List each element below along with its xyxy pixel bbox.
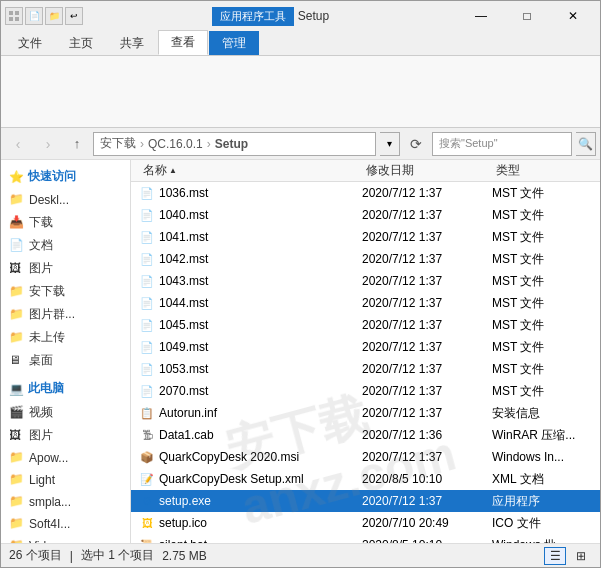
table-row[interactable]: 📜 silent.bat 2020/8/5 10:10 Windows 批... (131, 534, 600, 543)
table-row[interactable]: 📄 1042.mst 2020/7/12 1:37 MST 文件 (131, 248, 600, 270)
sidebar-item-anxz[interactable]: 📁 安下载 (1, 280, 130, 303)
address-bar[interactable]: 安下载 › QC.16.0.1 › Setup (93, 132, 376, 156)
sidebar: ⭐ 快速访问 📁 Deskl... 📥 下载 📄 文档 🖼 图片 📁 安下 (1, 160, 131, 543)
address-dropdown-btn[interactable]: ▾ (380, 132, 400, 156)
back-button[interactable]: ‹ (5, 132, 31, 156)
table-row[interactable]: 🖼 setup.ico 2020/7/10 20:49 ICO 文件 (131, 512, 600, 534)
sidebar-item-smpla[interactable]: 📁 smpla... (1, 491, 130, 513)
sidebar-item-deskl[interactable]: 📁 Deskl... (1, 189, 130, 211)
file-icon-mst: 📄 (139, 185, 155, 201)
sidebar-item-upload[interactable]: 📁 未上传 (1, 326, 130, 349)
sidebar-item-soft4i[interactable]: 📁 Soft4I... (1, 513, 130, 535)
ribbon-content (1, 56, 600, 128)
svg-rect-2 (9, 17, 13, 21)
table-row[interactable]: 📄 1044.mst 2020/7/12 1:37 MST 文件 (131, 292, 600, 314)
file-name: 1043.mst (159, 274, 362, 288)
quick-access-header[interactable]: ⭐ 快速访问 (1, 164, 130, 189)
file-icon-cab: 🗜 (139, 427, 155, 443)
file-date: 2020/7/12 1:37 (362, 362, 492, 376)
search-bar[interactable]: 搜索"Setup" (432, 132, 572, 156)
table-row[interactable]: 🗜 Data1.cab 2020/7/12 1:36 WinRAR 压缩... (131, 424, 600, 446)
sort-icon: ▲ (169, 166, 177, 175)
explorer-window: 📄 📁 ↩ 应用程序工具 Setup — □ ✕ 文件 主页 共享 (0, 0, 601, 568)
table-row[interactable]: ⚙ setup.exe 2020/7/12 1:37 应用程序 (131, 490, 600, 512)
address-root: 安下载 (100, 135, 136, 152)
titlebar: 📄 📁 ↩ 应用程序工具 Setup — □ ✕ 文件 主页 共享 (1, 1, 600, 56)
file-icon-mst: 📄 (139, 361, 155, 377)
file-type: Windows 批... (492, 537, 592, 544)
table-row[interactable]: 📋 Autorun.inf 2020/7/12 1:37 安装信息 (131, 402, 600, 424)
file-name: 1053.mst (159, 362, 362, 376)
file-date: 2020/7/12 1:37 (362, 252, 492, 266)
forward-button[interactable]: › (35, 132, 61, 156)
close-button[interactable]: ✕ (550, 1, 596, 31)
col-header-name[interactable]: 名称 ▲ (139, 160, 362, 181)
file-list: 📄 1036.mst 2020/7/12 1:37 MST 文件 📄 1040.… (131, 182, 600, 543)
file-name: 1042.mst (159, 252, 362, 266)
undo-btn[interactable]: ↩ (65, 7, 83, 25)
status-size: 2.75 MB (162, 549, 207, 563)
file-date: 2020/8/5 10:10 (362, 538, 492, 543)
up-button[interactable]: ↑ (65, 132, 89, 156)
tab-file[interactable]: 文件 (5, 31, 55, 55)
table-row[interactable]: 📄 1036.mst 2020/7/12 1:37 MST 文件 (131, 182, 600, 204)
file-icon-bat: 📜 (139, 537, 155, 543)
table-row[interactable]: 📄 1053.mst 2020/7/12 1:37 MST 文件 (131, 358, 600, 380)
status-count: 26 个项目 (9, 547, 62, 564)
sidebar-item-video2[interactable]: 📁 Video... (1, 535, 130, 543)
svg-rect-0 (9, 11, 13, 15)
app-tools-label: 应用程序工具 (212, 7, 294, 26)
file-name: 1041.mst (159, 230, 362, 244)
toolbar: ‹ › ↑ 安下载 › QC.16.0.1 › Setup ▾ ⟳ 搜索"Set… (1, 128, 600, 160)
sidebar-item-light[interactable]: 📁 Light (1, 469, 130, 491)
file-type: MST 文件 (492, 361, 592, 378)
table-row[interactable]: 📝 QuarkCopyDesk Setup.xml 2020/8/5 10:10… (131, 468, 600, 490)
file-date: 2020/7/12 1:37 (362, 494, 492, 508)
sidebar-item-pictures[interactable]: 🖼 图片 (1, 257, 130, 280)
tab-manage[interactable]: 管理 (209, 31, 259, 55)
file-type: 安装信息 (492, 405, 592, 422)
sidebar-item-apow[interactable]: 📁 Apow... (1, 447, 130, 469)
file-type: MST 文件 (492, 207, 592, 224)
table-row[interactable]: 📄 1045.mst 2020/7/12 1:37 MST 文件 (131, 314, 600, 336)
table-row[interactable]: 📄 1043.mst 2020/7/12 1:37 MST 文件 (131, 270, 600, 292)
sidebar-item-download[interactable]: 📥 下载 (1, 211, 130, 234)
refresh-button[interactable]: ⟳ (404, 132, 428, 156)
file-name: 1040.mst (159, 208, 362, 222)
tab-view[interactable]: 查看 (158, 30, 208, 55)
col-header-date[interactable]: 修改日期 (362, 160, 492, 181)
table-row[interactable]: 📄 1049.mst 2020/7/12 1:37 MST 文件 (131, 336, 600, 358)
file-icon-mst: 📄 (139, 295, 155, 311)
col-header-type[interactable]: 类型 (492, 160, 592, 181)
file-type: MST 文件 (492, 383, 592, 400)
file-name: 1036.mst (159, 186, 362, 200)
maximize-button[interactable]: □ (504, 1, 550, 31)
table-row[interactable]: 📄 1040.mst 2020/7/12 1:37 MST 文件 (131, 204, 600, 226)
sidebar-item-docs[interactable]: 📄 文档 (1, 234, 130, 257)
file-icon-exe_setup: ⚙ (139, 493, 155, 509)
quick-access-icon[interactable]: 📄 (25, 7, 43, 25)
sidebar-item-pic[interactable]: 🖼 图片 (1, 424, 130, 447)
svg-rect-3 (15, 17, 19, 21)
table-row[interactable]: 📦 QuarkCopyDesk 2020.msi 2020/7/12 1:37 … (131, 446, 600, 468)
folder-icon[interactable]: 📁 (45, 7, 63, 25)
table-row[interactable]: 📄 1041.mst 2020/7/12 1:37 MST 文件 (131, 226, 600, 248)
ribbon-placeholder (9, 86, 12, 98)
minimize-button[interactable]: — (458, 1, 504, 31)
address-sep1: › (140, 137, 144, 151)
tab-home[interactable]: 主页 (56, 31, 106, 55)
search-button[interactable]: 🔍 (576, 132, 596, 156)
tab-share[interactable]: 共享 (107, 31, 157, 55)
sidebar-item-imggroup[interactable]: 📁 图片群... (1, 303, 130, 326)
view-details-btn[interactable]: ☰ (544, 547, 566, 565)
table-row[interactable]: 📄 2070.mst 2020/7/12 1:37 MST 文件 (131, 380, 600, 402)
file-name: 1044.mst (159, 296, 362, 310)
file-icon-xml: 📝 (139, 471, 155, 487)
view-tiles-btn[interactable]: ⊞ (570, 547, 592, 565)
this-pc-header[interactable]: 💻 此电脑 (1, 376, 130, 401)
sidebar-item-video[interactable]: 🎬 视频 (1, 401, 130, 424)
sidebar-item-desktop[interactable]: 🖥 桌面 (1, 349, 130, 372)
window-title: Setup (298, 9, 329, 23)
system-menu-icon[interactable] (5, 7, 23, 25)
file-name: setup.exe (159, 494, 362, 508)
